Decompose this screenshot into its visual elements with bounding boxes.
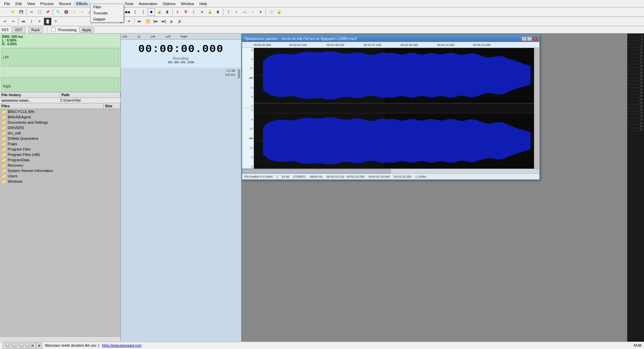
undo-btn[interactable]: ↩ <box>1 18 9 25</box>
cut-btn[interactable]: ✂ <box>28 8 35 16</box>
col-size[interactable]: Size <box>104 103 120 109</box>
check-btn[interactable]: ✓ <box>233 8 240 16</box>
menu-process[interactable]: Process <box>38 1 56 6</box>
nav-sel-start[interactable]: [ <box>131 8 139 16</box>
blk-btn[interactable]: █ <box>44 18 51 25</box>
open-btn[interactable]: 📂 <box>9 8 17 16</box>
dash-btn[interactable]: — <box>241 8 248 16</box>
menu-tools[interactable]: Tools <box>122 1 136 6</box>
tool2[interactable]: 🔇 <box>62 8 70 16</box>
list-item[interactable]: 📁$RECYCLE.BIN <box>0 109 120 114</box>
tool4[interactable]: → <box>78 8 86 16</box>
loop-btn[interactable]: 🔁 <box>144 18 151 25</box>
zoom-icon-1[interactable]: 🔍 <box>3 343 9 349</box>
skip-btn[interactable]: ⏭ <box>136 18 143 25</box>
wf-channel-1[interactable] <box>254 48 534 103</box>
lbl2-m3-top: -3 <box>243 109 253 111</box>
menu-options[interactable]: Options <box>160 1 178 6</box>
zoom-icon-6[interactable]: ⊠ <box>36 343 42 349</box>
processing-checkbox[interactable] <box>51 27 56 32</box>
menu-effects[interactable]: Effects <box>74 1 90 6</box>
list-item[interactable]: 📁System Volume Information <box>0 168 120 173</box>
prev-btn[interactable]: ⏮ <box>20 18 27 25</box>
wf-vscroll[interactable] <box>534 48 539 169</box>
ch-l2[interactable]: L <box>190 8 198 16</box>
nav-del[interactable]: 🗑 <box>164 8 171 16</box>
save-btn[interactable]: 💾 <box>17 8 25 16</box>
wf-titlebar[interactable]: Прекрасное далеко - песня из к/ф Гостья … <box>242 35 539 42</box>
list-item[interactable]: 📁ProgramData <box>0 157 120 163</box>
zoom-icon-4[interactable]: 🔍 <box>23 343 29 349</box>
status-link[interactable]: https://www.wavosaur.com <box>102 344 142 347</box>
ch-l[interactable]: L <box>174 8 181 16</box>
list-item[interactable]: 📁Users <box>0 173 120 179</box>
lock2-btn[interactable]: 🔒 <box>275 8 283 16</box>
list-item[interactable]: 📁Recovery <box>0 163 120 168</box>
wf-channel-2[interactable] <box>254 113 534 169</box>
sel2-btn[interactable]: ⏭] <box>160 18 167 25</box>
effects-gapper[interactable]: Gapper <box>91 16 123 22</box>
effects-filter[interactable]: Filter <box>91 4 123 10</box>
col-history[interactable]: File history <box>0 92 60 98</box>
file-loaded-msg: File loaded in 0.349s! <box>244 175 273 178</box>
bit-depth: 16 bit <box>282 175 289 178</box>
zoom-icon-5[interactable]: ⊞ <box>30 343 36 349</box>
list-item[interactable]: 📁$WinREAgent <box>0 114 120 120</box>
ch-r[interactable]: R <box>182 8 190 16</box>
ch-del2[interactable]: 🗑 <box>214 8 222 16</box>
wf-canvas[interactable] <box>254 48 534 169</box>
x-btn[interactable]: ✕ <box>257 8 264 16</box>
menu-window[interactable]: Window <box>178 1 197 6</box>
list-item[interactable]: 📁Program Files <box>0 147 120 152</box>
sel1-btn[interactable]: [⏮ <box>152 18 159 25</box>
ch-wave[interactable]: ≋ <box>198 8 206 16</box>
menu-record[interactable]: Record <box>56 1 73 6</box>
nav-back[interactable]: ◀◀ <box>123 8 131 16</box>
list-item[interactable]: 📁DRIVERS <box>0 125 120 130</box>
menu-edit[interactable]: Edit <box>13 1 24 6</box>
rack-button[interactable]: Rack <box>28 27 43 33</box>
list-item[interactable]: 📁drv_soft <box>0 130 120 136</box>
redo-btn[interactable]: ↪ <box>9 18 17 25</box>
list-item[interactable]: 📁Fraps <box>0 141 120 147</box>
nav-lock[interactable]: 🔒 <box>156 8 163 16</box>
bar-btn[interactable]: | <box>28 18 35 25</box>
list-item[interactable]: 📁Windows <box>0 179 120 184</box>
col-files[interactable]: Files <box>0 103 104 109</box>
menu-view[interactable]: View <box>24 1 38 6</box>
zoom-icon-3[interactable]: 🔍 <box>16 343 22 349</box>
menu-file[interactable]: File <box>1 1 13 6</box>
wf-minimize-btn[interactable]: _ <box>522 37 527 41</box>
eq-btn[interactable]: ≡ <box>36 18 43 25</box>
tool3[interactable]: ⚡ <box>70 8 78 16</box>
arr-btn[interactable]: → <box>249 8 256 16</box>
wf-maximize-btn[interactable]: □ <box>527 37 532 41</box>
vol-btn[interactable]: 🔊 <box>176 18 183 25</box>
pen-btn[interactable]: ✏ <box>125 18 133 25</box>
effects-truncate[interactable]: Truncate <box>91 10 123 16</box>
paste-btn[interactable]: 📌 <box>44 8 51 16</box>
env-btn[interactable]: ⤴ <box>225 8 232 16</box>
menu-help[interactable]: Help <box>197 1 210 6</box>
new-btn[interactable]: 📄 <box>1 8 9 16</box>
mute-btn[interactable]: 🔈 <box>168 18 175 25</box>
list-item[interactable]: 📁Program Files (x86) <box>0 152 120 157</box>
col-path[interactable]: Path <box>60 92 121 98</box>
copy-btn[interactable]: 📋 <box>36 8 43 16</box>
list-item[interactable]: 📁Documents and Settings <box>0 120 120 125</box>
zoom-icon-2[interactable]: 🔍 <box>9 343 15 349</box>
cross-btn[interactable]: ✕ <box>52 18 59 25</box>
wf-close-btn[interactable]: ✕ <box>532 37 537 41</box>
wf-hscroll[interactable] <box>242 169 539 173</box>
hscroll-thumb[interactable] <box>242 169 391 173</box>
ch-lock[interactable]: 🔒 <box>206 8 214 16</box>
apply-button[interactable]: Apply <box>79 27 95 33</box>
menu-automation[interactable]: Automation <box>136 1 160 6</box>
nav-sel-end[interactable]: ] <box>140 8 147 16</box>
vst-button[interactable]: VST: <box>12 27 25 33</box>
file-scrollbar[interactable] <box>0 336 120 342</box>
list-item[interactable]: 📁DrWeb Quarantine <box>0 136 120 141</box>
tool1[interactable]: 🔧 <box>54 8 62 16</box>
nav-record[interactable]: ⏺ <box>148 8 155 16</box>
rec-btn[interactable]: ⬜ <box>267 8 275 16</box>
